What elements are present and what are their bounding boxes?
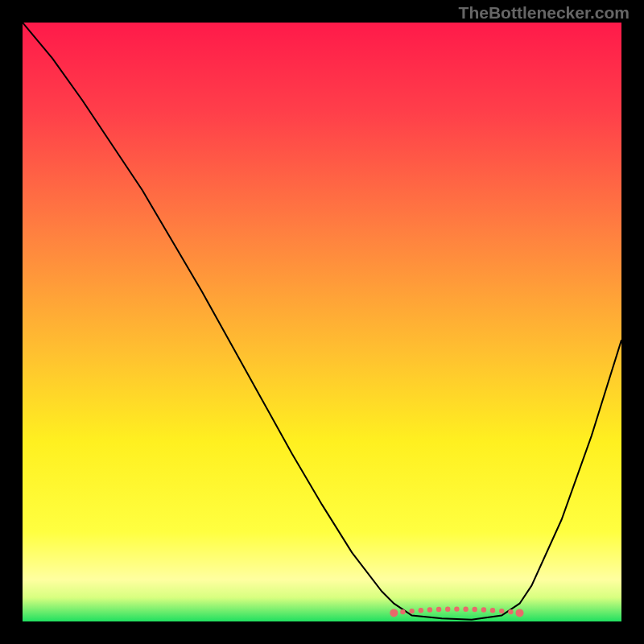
svg-point-8: [463, 607, 468, 612]
gradient-background: [23, 23, 621, 621]
svg-point-13: [508, 609, 513, 614]
svg-point-0: [390, 609, 398, 617]
svg-point-10: [481, 607, 486, 612]
svg-point-9: [473, 607, 477, 612]
svg-point-4: [427, 607, 432, 612]
svg-point-5: [436, 607, 441, 612]
svg-point-12: [499, 609, 504, 613]
svg-point-7: [454, 606, 459, 611]
svg-point-14: [516, 609, 524, 617]
svg-point-1: [400, 609, 405, 614]
plot-area: [23, 23, 621, 621]
chart-container: TheBottlenecker.com: [0, 0, 644, 644]
chart-svg: [23, 23, 621, 621]
watermark-text: TheBottlenecker.com: [459, 3, 630, 23]
svg-point-6: [445, 607, 450, 612]
svg-point-2: [409, 609, 414, 613]
svg-point-3: [419, 608, 423, 613]
svg-point-11: [490, 608, 495, 613]
